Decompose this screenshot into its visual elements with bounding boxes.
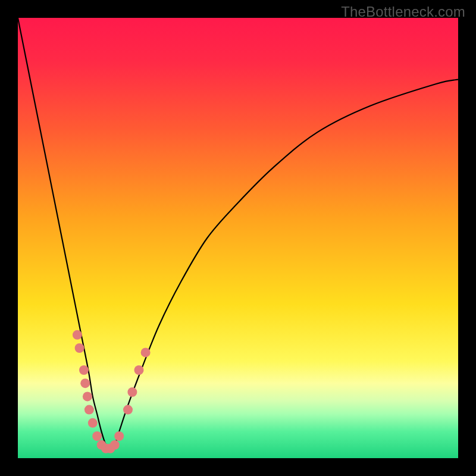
chart-frame: TheBottleneck.com: [0, 0, 476, 476]
data-point-marker: [114, 431, 124, 441]
plot-area: [18, 18, 458, 458]
data-point-marker: [127, 387, 137, 397]
chart-svg: [18, 18, 458, 458]
data-point-marker: [79, 365, 89, 375]
data-point-marker: [88, 418, 98, 428]
data-point-marker: [73, 330, 82, 340]
data-point-marker: [134, 365, 144, 375]
data-point-marker: [123, 405, 133, 415]
data-point-marker: [110, 440, 120, 450]
data-point-marker: [75, 343, 84, 353]
data-point-marker: [141, 347, 151, 357]
gradient-background: [18, 18, 458, 458]
data-point-marker: [92, 431, 102, 441]
data-point-marker: [80, 378, 90, 388]
data-point-marker: [84, 405, 94, 415]
watermark-text: TheBottleneck.com: [341, 4, 465, 20]
data-point-marker: [83, 392, 92, 401]
